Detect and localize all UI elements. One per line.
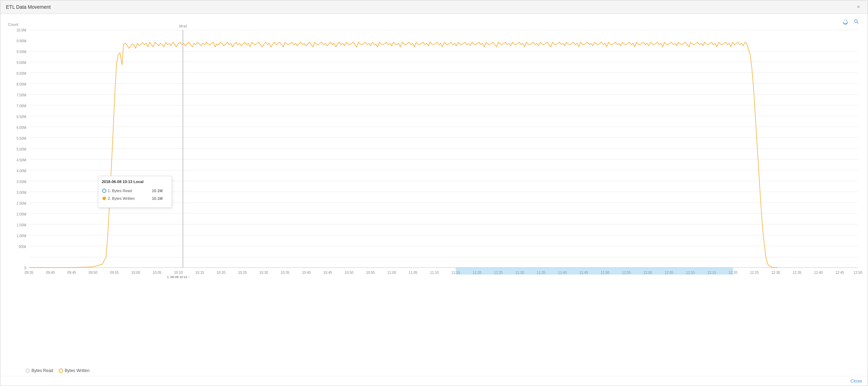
svg-text:12:50: 12:50 [853, 271, 862, 275]
y-axis-count-label: Count [8, 22, 18, 27]
tooltip-title: 2018-06-08 10:13 Local [102, 180, 143, 184]
svg-text:10:00: 10:00 [131, 271, 140, 275]
svg-text:09:45: 09:45 [67, 271, 76, 275]
svg-text:09:55: 09:55 [110, 271, 119, 275]
chart-area: Count [5, 20, 863, 367]
legend-bytes-read: Bytes Read [26, 368, 53, 373]
svg-text:8.50M: 8.50M [16, 72, 26, 75]
svg-text:10:35: 10:35 [280, 271, 289, 275]
svg-text:11:00: 11:00 [387, 271, 396, 275]
svg-text:5.50M: 5.50M [16, 137, 26, 140]
svg-text:3.50M: 3.50M [16, 180, 26, 184]
svg-text:8.00M: 8.00M [16, 82, 26, 86]
legend-read-label: Bytes Read [31, 368, 53, 373]
tooltip-row2-label: 2. Bytes Written [108, 196, 135, 201]
window-title: ETL Data Movement [6, 4, 51, 10]
chart-toolbar [838, 17, 863, 28]
svg-text:7.00M: 7.00M [16, 104, 26, 108]
svg-text:12:45: 12:45 [835, 271, 844, 275]
svg-text:10.0M: 10.0M [16, 28, 26, 32]
legend-read-icon [26, 369, 30, 373]
svg-text:5.00M: 5.00M [16, 147, 26, 151]
svg-text:10:12: 10:12 [179, 24, 187, 28]
svg-text:2.00M: 2.00M [16, 212, 26, 216]
svg-text:10:20: 10:20 [216, 271, 225, 275]
svg-text:9.00M: 9.00M [16, 61, 26, 65]
bytes-written-line [29, 42, 777, 268]
legend-area: Bytes Read Bytes Written [5, 367, 863, 374]
svg-text:10:45: 10:45 [323, 271, 332, 275]
etl-data-movement-window: ETL Data Movement × Count [0, 0, 868, 386]
svg-text:12:25: 12:25 [750, 271, 759, 275]
svg-text:09:40: 09:40 [46, 271, 55, 275]
svg-text:12:40: 12:40 [814, 271, 823, 275]
svg-line-1 [857, 22, 859, 24]
legend-bytes-written: Bytes Written [59, 368, 90, 373]
search-button[interactable] [852, 18, 861, 26]
svg-text:11:10: 11:10 [430, 271, 439, 275]
close-button[interactable]: Close [851, 378, 862, 384]
svg-text:7.50M: 7.50M [16, 93, 26, 97]
svg-text:10:50: 10:50 [344, 271, 353, 275]
chart-svg: Count [5, 20, 863, 334]
footer-bar: Close [0, 376, 868, 386]
tooltip-written-dot [102, 197, 106, 200]
svg-text:6.50M: 6.50M [16, 115, 26, 119]
window-close-button[interactable]: × [855, 3, 862, 11]
svg-text:4.00M: 4.00M [16, 169, 26, 173]
svg-text:1.00M: 1.00M [16, 234, 26, 238]
svg-text:10:40: 10:40 [302, 271, 311, 275]
legend-written-icon [59, 369, 63, 373]
svg-text:10:30: 10:30 [259, 271, 268, 275]
svg-text:3.00M: 3.00M [16, 191, 26, 195]
svg-text:10:05: 10:05 [152, 271, 161, 275]
legend-written-label: Bytes Written [65, 368, 90, 373]
refresh-button[interactable] [841, 18, 849, 26]
svg-text:10:25: 10:25 [238, 271, 247, 275]
svg-point-0 [855, 20, 858, 23]
svg-text:9.50M: 9.50M [16, 50, 26, 54]
svg-text:4.50M: 4.50M [16, 158, 26, 162]
chart-container: Count [0, 14, 868, 376]
svg-text:1.50M: 1.50M [16, 223, 26, 227]
svg-text:9.90M: 9.90M [16, 39, 26, 43]
svg-text:2.50M: 2.50M [16, 202, 26, 205]
tooltip-row2-value: 10.1M [152, 196, 163, 201]
svg-text:500k: 500k [19, 245, 27, 249]
tooltip-row1-value: 10.1M [152, 189, 163, 193]
svg-text:0: 0 [24, 266, 26, 270]
selection-rect [456, 268, 733, 275]
svg-text:12:35: 12:35 [792, 271, 801, 275]
title-bar: ETL Data Movement × [0, 0, 868, 14]
svg-text:10:15: 10:15 [195, 271, 204, 275]
svg-text:1. 06-08 10:12 ↑: 1. 06-08 10:12 ↑ [167, 275, 190, 279]
svg-text:11:05: 11:05 [408, 271, 417, 275]
svg-text:12:30: 12:30 [771, 271, 780, 275]
tooltip-row1-label: 1. Bytes Read [108, 189, 132, 193]
svg-text:09:35: 09:35 [24, 271, 33, 275]
svg-text:10:10: 10:10 [174, 271, 183, 275]
svg-text:6.00M: 6.00M [16, 126, 26, 130]
svg-text:10:55: 10:55 [366, 271, 375, 275]
svg-text:09:50: 09:50 [88, 271, 97, 275]
